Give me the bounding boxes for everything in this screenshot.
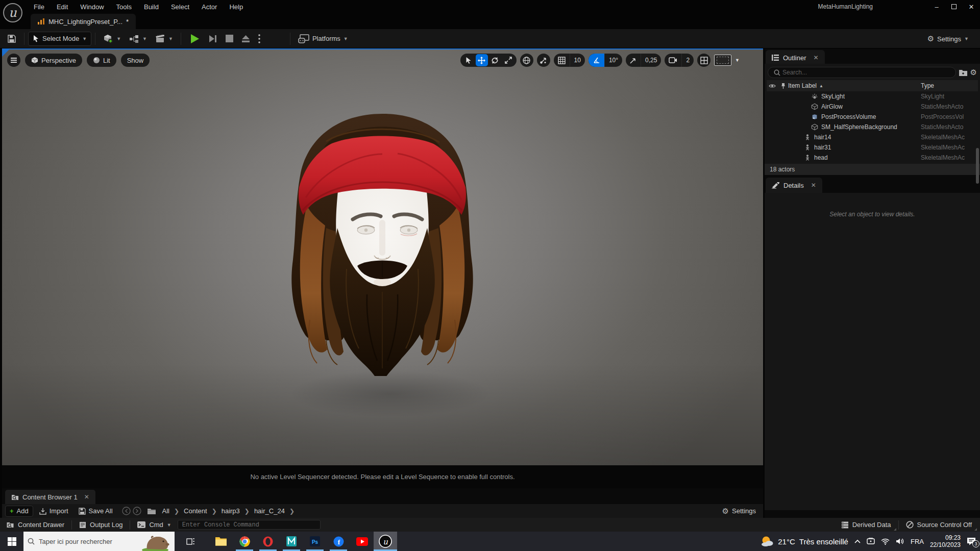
outliner-row[interactable]: hair31SkeletalMeshAc <box>767 142 978 153</box>
eject-button[interactable] <box>237 32 254 46</box>
create-folder-icon[interactable] <box>959 69 967 76</box>
maya-icon[interactable] <box>280 532 303 551</box>
breadcrumb-content[interactable]: Content <box>181 507 210 515</box>
clock[interactable]: 09:23 22/10/2023 <box>930 534 961 548</box>
blueprints-dropdown[interactable]: ▼ <box>125 32 151 46</box>
facebook-icon[interactable]: f <box>327 532 350 551</box>
cinematics-dropdown[interactable]: ▼ <box>151 32 177 46</box>
select-tool[interactable] <box>462 54 475 66</box>
rotation-snap-toggle[interactable] <box>589 54 604 67</box>
move-tool[interactable] <box>476 54 488 66</box>
details-tab[interactable]: Details ✕ <box>766 178 822 193</box>
stop-button[interactable] <box>222 32 237 46</box>
outliner-row[interactable]: AirGlowStaticMeshActo <box>767 102 978 112</box>
maximize-button[interactable] <box>945 1 963 12</box>
chrome-icon[interactable] <box>233 532 256 551</box>
add-button[interactable]: +Add <box>5 506 33 517</box>
frame-skip-button[interactable] <box>204 32 222 46</box>
weather-widget[interactable]: 21°C Très ensoleillé <box>761 536 848 547</box>
photoshop-icon[interactable]: Ps <box>303 532 327 551</box>
pin-icon[interactable] <box>778 83 788 89</box>
file-explorer-icon[interactable] <box>209 532 233 551</box>
add-actor-dropdown[interactable]: ▼ <box>99 32 125 46</box>
screen-cast-icon[interactable] <box>867 538 875 545</box>
menu-edit[interactable]: Edit <box>51 1 74 13</box>
surface-snapping-toggle[interactable] <box>537 54 550 67</box>
play-button[interactable] <box>185 32 204 46</box>
world-coordinate-toggle[interactable] <box>520 54 533 67</box>
grid-snap-toggle[interactable] <box>554 54 570 67</box>
menu-help[interactable]: Help <box>223 1 249 13</box>
youtube-icon[interactable] <box>350 532 374 551</box>
console-command-input[interactable] <box>178 520 321 530</box>
content-drawer-button[interactable]: Content Drawer <box>0 518 70 532</box>
language-indicator[interactable]: FRA <box>911 538 924 545</box>
asset-tab[interactable]: MHC_LightingPreset_P... * <box>31 14 136 29</box>
scale-tool[interactable] <box>502 54 514 66</box>
tray-expand-chevron-icon[interactable] <box>854 539 861 543</box>
outliner-row[interactable]: SM_HalfSphereBackgroundStaticMeshActo <box>767 122 978 132</box>
viewport-options-menu[interactable] <box>7 54 20 67</box>
forward-button[interactable] <box>133 507 141 515</box>
unreal-engine-taskbar-icon[interactable]: u <box>374 532 397 551</box>
volume-icon[interactable] <box>896 538 904 545</box>
content-browser-settings[interactable]: ⚙ Settings <box>718 506 760 517</box>
import-button[interactable]: Import <box>35 506 72 517</box>
start-button[interactable] <box>0 532 23 551</box>
scale-snap-toggle[interactable] <box>626 54 641 67</box>
visibility-eye-icon[interactable] <box>767 84 778 88</box>
rotation-snap-value[interactable]: 10° <box>604 54 622 67</box>
maximize-viewport-button[interactable] <box>714 55 731 66</box>
menu-actor[interactable]: Actor <box>195 1 223 13</box>
outliner-close-icon[interactable]: ✕ <box>814 54 819 61</box>
back-button[interactable] <box>122 507 131 515</box>
toolbar-settings-dropdown[interactable]: ⚙ Settings▼ <box>923 32 973 46</box>
save-button[interactable] <box>3 32 20 46</box>
content-browser-close-icon[interactable]: ✕ <box>84 493 89 500</box>
save-all-button[interactable]: Save All <box>75 506 117 517</box>
notification-center-icon[interactable]: 3 <box>967 537 976 545</box>
rotate-tool[interactable] <box>489 54 501 66</box>
content-browser-tab[interactable]: Content Browser 1 ✕ <box>5 490 95 504</box>
menu-window[interactable]: Window <box>74 1 110 13</box>
menu-file[interactable]: File <box>28 1 51 13</box>
details-close-icon[interactable]: ✕ <box>811 182 816 189</box>
platforms-dropdown[interactable]: Platforms▼ <box>294 32 352 46</box>
outliner-header[interactable]: Item Label ▲ Type <box>767 80 978 91</box>
outliner-search-input[interactable] <box>768 67 956 78</box>
minimize-button[interactable]: – <box>928 1 945 12</box>
perspective-dropdown[interactable]: Perspective <box>25 54 82 67</box>
play-options-menu[interactable] <box>254 32 264 46</box>
scale-snap-value[interactable]: 0,25 <box>641 54 661 67</box>
opera-icon[interactable] <box>256 532 280 551</box>
source-control-button[interactable]: Source Control Off <box>900 518 978 532</box>
camera-speed-value[interactable]: 2 <box>681 54 694 67</box>
select-mode-dropdown[interactable]: Select Mode▼ <box>28 32 91 46</box>
viewport-layout-grid-button[interactable] <box>697 54 710 67</box>
cmd-dropdown[interactable]: Cmd▼ <box>131 518 177 532</box>
breadcrumb-all[interactable]: All <box>160 507 172 515</box>
outliner-row[interactable]: PostProcessVolumePostProcessVol <box>767 112 978 122</box>
menu-tools[interactable]: Tools <box>110 1 138 13</box>
task-view-button[interactable] <box>179 532 202 551</box>
grid-snap-value[interactable]: 10 <box>570 54 585 67</box>
output-log-button[interactable]: Output Log <box>73 518 129 532</box>
menu-build[interactable]: Build <box>138 1 165 13</box>
breadcrumb-hair-c-24[interactable]: hair_C_24 <box>252 507 287 515</box>
viewport[interactable]: Perspective Lit Show <box>2 48 763 465</box>
outliner-scrollbar[interactable] <box>976 148 979 184</box>
lit-dropdown[interactable]: Lit <box>87 54 116 67</box>
outliner-tab[interactable]: Outliner ✕ <box>766 50 825 65</box>
outliner-row[interactable]: SkyLightSkyLight <box>767 91 978 102</box>
wifi-icon[interactable] <box>881 538 890 545</box>
taskbar-search[interactable]: Taper ici pour rechercher <box>23 532 175 551</box>
camera-speed-button[interactable] <box>665 54 681 67</box>
viewport-layout-chevron-icon[interactable]: ▼ <box>735 58 740 63</box>
outliner-settings-icon[interactable]: ⚙ <box>970 68 977 77</box>
column-item-label[interactable]: Item Label <box>788 82 817 89</box>
menu-select[interactable]: Select <box>165 1 195 13</box>
column-type[interactable]: Type <box>921 82 978 89</box>
breadcrumb-hairp3[interactable]: hairp3 <box>219 507 242 515</box>
outliner-row[interactable]: hair14SkeletalMeshAc <box>767 132 978 142</box>
close-button[interactable]: ✕ <box>963 1 980 12</box>
